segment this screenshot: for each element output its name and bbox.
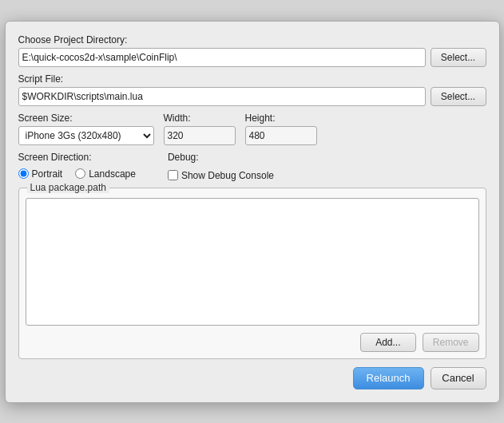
show-debug-console-label: Show Debug Console: [181, 170, 274, 181]
select-project-dir-button[interactable]: Select...: [431, 48, 486, 67]
width-col: Width:: [164, 113, 236, 145]
screen-size-label: Screen Size:: [18, 113, 154, 124]
width-input[interactable]: [164, 126, 236, 145]
script-file-row: Script File: Select...: [18, 73, 486, 106]
width-label: Width:: [164, 113, 236, 124]
project-settings-dialog: Choose Project Directory: Select... Scri…: [5, 21, 500, 403]
show-debug-console-checkbox[interactable]: [168, 170, 178, 180]
project-directory-row: Choose Project Directory: Select...: [18, 34, 486, 67]
script-file-input-row: Select...: [18, 87, 486, 106]
remove-button[interactable]: Remove: [423, 333, 479, 352]
screen-direction-col: Screen Direction: Portrait Landscape: [18, 152, 136, 180]
height-input[interactable]: [245, 126, 317, 145]
lua-buttons-row: Add... Remove: [26, 333, 479, 352]
landscape-label: Landscape: [89, 168, 136, 180]
project-directory-input-row: Select...: [18, 48, 486, 67]
project-directory-input[interactable]: [18, 48, 426, 67]
relaunch-button[interactable]: Relaunch: [353, 367, 424, 389]
debug-col: Debug: Show Debug Console: [168, 152, 274, 181]
cancel-button[interactable]: Cancel: [431, 367, 486, 389]
screen-size-dropdown[interactable]: iPhone 3Gs (320x480) iPhone 4 (640x960) …: [18, 126, 154, 145]
lua-package-path-title: Lua package.path: [27, 182, 109, 193]
screen-size-row: Screen Size: iPhone 3Gs (320x480) iPhone…: [18, 113, 486, 145]
height-label: Height:: [245, 113, 317, 124]
lua-package-path-textarea[interactable]: [26, 198, 479, 326]
script-file-input[interactable]: [18, 87, 426, 106]
direction-debug-row: Screen Direction: Portrait Landscape Deb…: [18, 152, 486, 181]
height-col: Height:: [245, 113, 317, 145]
landscape-radio-item[interactable]: Landscape: [75, 168, 136, 180]
portrait-radio-item[interactable]: Portrait: [18, 168, 63, 180]
screen-size-col: Screen Size: iPhone 3Gs (320x480) iPhone…: [18, 113, 154, 145]
landscape-radio[interactable]: [75, 168, 85, 179]
select-script-file-button[interactable]: Select...: [431, 87, 486, 106]
portrait-radio[interactable]: [18, 168, 29, 179]
lua-package-path-group: Lua package.path Add... Remove: [18, 188, 486, 359]
add-button[interactable]: Add...: [360, 333, 416, 352]
debug-label: Debug:: [168, 152, 274, 163]
screen-direction-label: Screen Direction:: [18, 152, 136, 163]
screen-direction-radio-group: Portrait Landscape: [18, 168, 136, 180]
script-file-label: Script File:: [18, 73, 486, 85]
show-debug-console-item[interactable]: Show Debug Console: [168, 170, 274, 181]
project-directory-label: Choose Project Directory:: [18, 34, 486, 45]
portrait-label: Portrait: [32, 168, 63, 180]
bottom-buttons-row: Relaunch Cancel: [18, 367, 486, 389]
